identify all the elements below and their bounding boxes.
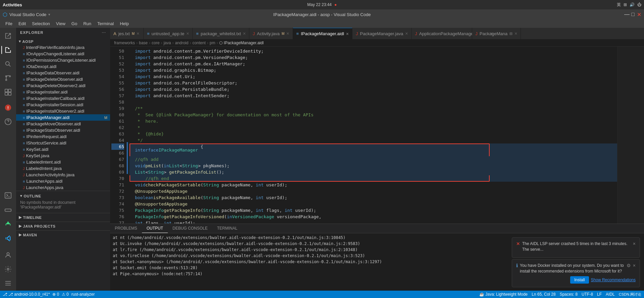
outline-header[interactable]: ▾ OUTLINE <box>20 193 106 199</box>
bc-core[interactable]: core <box>152 41 159 45</box>
bc-frameworks[interactable]: frameworks <box>114 41 135 45</box>
activity-settings[interactable] <box>1 262 15 276</box>
error-count[interactable]: ⊗ 0 <box>52 292 59 297</box>
tab-debug-console[interactable]: DEBUG CONSOLE <box>168 224 212 233</box>
java-mode[interactable]: ☕ Java: Lightweight Mode <box>479 292 528 297</box>
sidebar-file-2[interactable]: ≡ IOnAppsChangedListener.aidl <box>16 51 110 57</box>
encoding[interactable]: UTF-8 <box>582 292 593 297</box>
sidebar-file-9[interactable]: ≡ IPackageInstallerCallback.aidl <box>16 95 110 102</box>
tab-close-btn[interactable]: × <box>287 31 289 36</box>
lang-indicator[interactable]: 英 <box>617 2 621 8</box>
activity-explorer[interactable] <box>1 29 15 43</box>
activity-android[interactable] <box>1 218 15 231</box>
menu-terminal[interactable]: Terminal <box>95 20 116 27</box>
tab-close-btn[interactable]: × <box>405 31 408 36</box>
sidebar-file-18[interactable]: ≡ LabeledIntent.aidl <box>16 159 110 165</box>
sidebar-file-ipackagemanager[interactable]: ≡ IPackageManager.aidl M <box>16 114 110 121</box>
sidebar-file-12[interactable]: ≡ IPackageMoveObserver.aidl <box>16 121 110 127</box>
tab-output[interactable]: OUTPUT <box>142 224 168 233</box>
sidebar-file-6[interactable]: ≡ IPackageDeleteObserver.aidl <box>16 76 110 82</box>
bc-file[interactable]: ⬡ IPackageManager.aidl <box>219 41 263 45</box>
menu-run[interactable]: Run <box>81 20 94 27</box>
notification-close-btn[interactable]: × <box>633 241 636 246</box>
git-branch[interactable]: ⎇ ⎇ android-10.0.0_r41* <box>3 292 50 297</box>
sidebar-file-14[interactable]: ≡ IPinItemRequest.aidl <box>16 133 110 140</box>
sidebar-file-22[interactable]: J LauncherApps.java <box>16 184 110 191</box>
sidebar-file-7[interactable]: ≡ IPackageDeleteObserver2.aidl <box>16 82 110 89</box>
menu-go[interactable]: Go <box>69 20 80 27</box>
sidebar-file-5[interactable]: ≡ IPackageDataObserver.aidl <box>16 70 110 76</box>
timeline-header[interactable]: ▶ TIMELINE <box>19 215 107 220</box>
tab-activity-java[interactable]: J Activity.java M × <box>249 28 293 39</box>
activity-extensions[interactable] <box>1 85 15 99</box>
activity-terminal[interactable] <box>1 189 15 202</box>
sidebar-file-3[interactable]: ≡ IOnPermissionsChangeListener.aidl <box>16 57 110 63</box>
tab-close-btn[interactable]: × <box>514 31 517 36</box>
activity-search[interactable] <box>1 57 15 71</box>
java-projects-header[interactable]: ▶ JAVA PROJECTS <box>19 223 107 229</box>
language-mode[interactable]: AIDL <box>606 292 615 297</box>
activity-error[interactable]: ! <box>1 101 15 114</box>
warning-count[interactable]: ⚠ 0 <box>62 292 69 297</box>
activities-button[interactable]: Activities <box>3 2 22 7</box>
tab-close-btn[interactable]: × <box>243 31 246 36</box>
activity-dots[interactable] <box>1 277 15 290</box>
line-col[interactable]: Ln 65, Col 28 <box>532 292 555 297</box>
install-button[interactable]: Install <box>570 276 589 284</box>
activity-account[interactable] <box>1 248 15 262</box>
sidebar-file-21[interactable]: ≡ LauncherApps.aidl <box>16 178 110 184</box>
eol[interactable]: LF <box>597 292 602 297</box>
tab-problems[interactable]: PROBLEMS <box>110 224 142 233</box>
tab-close-btn[interactable]: × <box>186 31 189 36</box>
spaces[interactable]: Spaces: 8 <box>560 292 578 297</box>
activity-vscode-logo[interactable] <box>1 232 15 245</box>
tab-packagemanager-java[interactable]: J PackageManager.java × <box>352 28 411 39</box>
tab-close-btn[interactable]: × <box>491 31 493 36</box>
sidebar-file-17[interactable]: J KeySet.java <box>16 153 110 159</box>
activity-remote[interactable] <box>1 203 15 217</box>
tab-package-whitelist[interactable]: ≡ package_whitelist.txt × <box>193 28 249 39</box>
code-editor[interactable]: 5051525354 5556575859 6061626364 65 6667… <box>110 47 644 224</box>
maven-header[interactable]: ▶ MAVEN <box>19 232 107 238</box>
bc-content[interactable]: content <box>192 41 205 45</box>
activity-git[interactable] <box>1 71 15 85</box>
tab-packagemana[interactable]: J PackageMana ⊟ × <box>472 28 521 39</box>
sidebar-more-icon[interactable]: ··· <box>102 31 106 35</box>
menu-selection[interactable]: Selection <box>29 20 52 27</box>
notification-close-docker-btn[interactable]: × <box>633 263 636 268</box>
sidebar-file-11[interactable]: ≡ IPackageInstallObserver2.aidl <box>16 108 110 114</box>
menu-edit[interactable]: Edit <box>16 20 29 27</box>
close-button[interactable]: ✕ <box>637 12 641 17</box>
notification-gear-btn[interactable]: ⚙ <box>627 263 631 268</box>
menu-file[interactable]: File <box>3 20 15 27</box>
sidebar-file-1[interactable]: J IntentFilterVerificationInfo.java <box>16 44 110 51</box>
bc-android[interactable]: android <box>175 41 188 45</box>
aosp-section[interactable]: ▾ AOSP <box>16 39 110 44</box>
menu-help[interactable]: Help <box>117 20 132 27</box>
bc-java[interactable]: java <box>163 41 171 45</box>
sidebar-file-20[interactable]: J LauncherActivityInfo.java <box>16 172 110 178</box>
tab-ipackagemanager[interactable]: ≡ IPackageManager.aidl × <box>293 28 352 39</box>
rust-analyzer[interactable]: rust-analyzer <box>71 292 95 297</box>
tab-close-btn[interactable]: × <box>137 31 139 36</box>
code-content[interactable]: import android.content.pm.VerifierDevice… <box>130 47 617 224</box>
bc-base[interactable]: base <box>139 41 148 45</box>
tab-applicationpackagemanager[interactable]: J ApplicationPackageManager.java M × <box>412 28 472 39</box>
sidebar-file-4[interactable]: ≡ IOtaDexopt.aidl <box>16 63 110 70</box>
maximize-button[interactable]: □ <box>631 12 635 17</box>
sidebar-file-16[interactable]: ≡ KeySet.aidl <box>16 146 110 153</box>
activity-question[interactable] <box>1 115 15 128</box>
menu-view[interactable]: View <box>53 20 68 27</box>
tab-untrusted-app[interactable]: ≡ untrusted_app.te × <box>144 28 193 39</box>
sidebar-file-15[interactable]: ≡ IShortcutService.aidl <box>16 140 110 146</box>
sidebar-file-19[interactable]: J LabeledIntent.java <box>16 165 110 172</box>
sidebar-file-13[interactable]: ≡ IPackageStatsObserver.aidl <box>16 127 110 133</box>
tab-jes-txt[interactable]: A jes.txt M × <box>110 28 144 39</box>
tab-terminal[interactable]: TERMINAL <box>212 224 242 233</box>
show-recommendations-link[interactable]: Show Recommendations <box>591 278 636 282</box>
bc-pm[interactable]: pm <box>210 41 215 45</box>
sidebar-file-10[interactable]: ≡ IPackageInstallerSession.aidl <box>16 102 110 108</box>
activity-files[interactable] <box>1 43 15 57</box>
tab-close-btn[interactable]: × <box>346 31 349 37</box>
sidebar-file-8[interactable]: ≡ IPackageInstaller.aidl <box>16 89 110 95</box>
